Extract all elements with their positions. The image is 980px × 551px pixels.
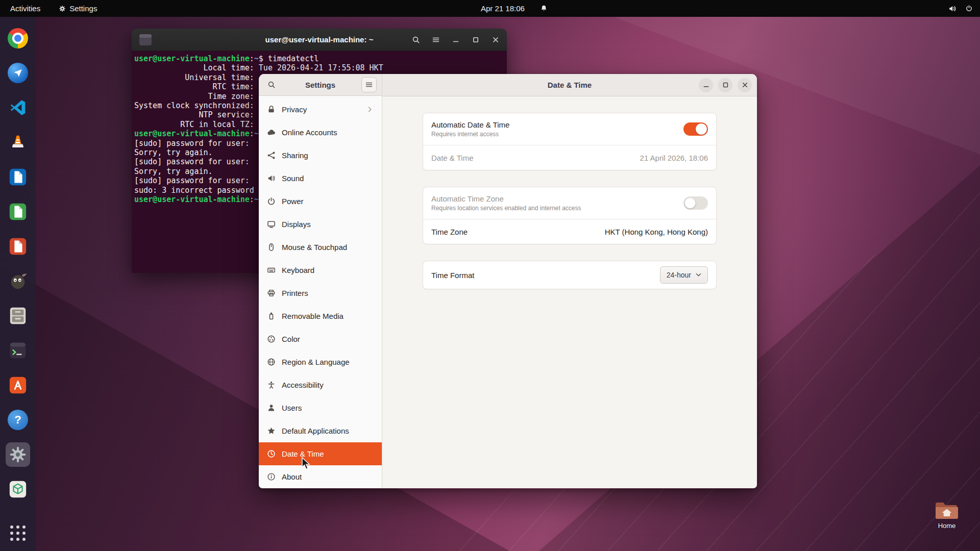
- notification-bell-icon[interactable]: [540, 5, 548, 12]
- sidebar-item-sharing[interactable]: Sharing: [259, 144, 382, 167]
- time-format-dropdown[interactable]: 24-hour: [660, 266, 708, 284]
- settings-search-button[interactable]: [264, 77, 279, 92]
- volume-icon[interactable]: [948, 5, 957, 13]
- automatic-datetime-card: Automatic Date & Time Requires internet …: [423, 113, 717, 170]
- settings-minimize-button[interactable]: [699, 78, 713, 92]
- terminal-search-icon[interactable]: [412, 36, 420, 44]
- dock-item-gimp[interactable]: [6, 269, 30, 293]
- sidebar-item-label: Removable Media: [282, 312, 344, 320]
- sidebar-item-accessibility[interactable]: Accessibility: [259, 373, 382, 396]
- sidebar-item-displays[interactable]: Displays: [259, 213, 382, 236]
- settings-window: Settings PrivacyOnline AccountsSharingSo…: [258, 73, 757, 489]
- settings-menu-button[interactable]: [361, 77, 377, 92]
- clock[interactable]: Apr 21 18:06: [479, 0, 527, 17]
- settings-main-header[interactable]: Date & Time: [382, 74, 757, 96]
- dock-item-vscode[interactable]: [6, 95, 30, 120]
- thunderbird-icon: [8, 63, 28, 83]
- dock-item-files[interactable]: [6, 304, 30, 328]
- terminal-titlebar[interactable]: user@user-virtual-machine: ~: [132, 29, 507, 51]
- settings-maximize-button[interactable]: [718, 78, 732, 92]
- sidebar-item-privacy[interactable]: Privacy: [259, 98, 382, 121]
- activities-button[interactable]: Activities: [8, 0, 42, 17]
- time-format-row: Time Format 24-hour: [423, 261, 716, 289]
- sidebar-item-users[interactable]: Users: [259, 396, 382, 419]
- sidebar-item-mouse-touchpad[interactable]: Mouse & Touchpad: [259, 236, 382, 259]
- mouse-icon: [267, 243, 276, 252]
- sidebar-item-label: Keyboard: [282, 266, 314, 274]
- sidebar-item-region-language[interactable]: Region & Language: [259, 350, 382, 373]
- help-icon: ?: [8, 410, 28, 430]
- terminal-minimize-button[interactable]: [452, 36, 460, 44]
- package-app-icon: [8, 480, 28, 499]
- libreoffice-calc-icon: [8, 202, 28, 221]
- automatic-timezone-subtitle: Requires location services enabled and i…: [431, 205, 581, 212]
- sidebar-item-label: About: [282, 472, 302, 481]
- timezone-row[interactable]: Time Zone HKT (Hong Kong, Hong Kong): [423, 219, 716, 244]
- sidebar-item-label: Date & Time: [282, 449, 324, 458]
- chrome-icon: [8, 28, 28, 48]
- sidebar-item-label: Color: [282, 335, 300, 343]
- automatic-datetime-toggle[interactable]: [683, 122, 708, 136]
- speaker-icon: [267, 174, 276, 183]
- automatic-datetime-title: Automatic Date & Time: [431, 120, 509, 129]
- desktop-home-icon[interactable]: Home: [924, 501, 970, 530]
- dock-item-settings[interactable]: [6, 442, 30, 467]
- time-format-card: Time Format 24-hour: [423, 261, 717, 289]
- sidebar-item-date-time[interactable]: Date & Time: [259, 442, 382, 465]
- sidebar-item-keyboard[interactable]: Keyboard: [259, 259, 382, 282]
- show-applications-button[interactable]: [10, 525, 26, 541]
- sidebar-item-label: Region & Language: [282, 358, 350, 366]
- dock-item-ubuntu-software[interactable]: [6, 373, 30, 397]
- time-format-label: Time Format: [431, 271, 474, 280]
- clock-icon: [267, 449, 276, 458]
- focused-app-menu[interactable]: Settings: [57, 0, 99, 17]
- star-icon: [267, 427, 276, 435]
- globe-icon: [267, 358, 276, 366]
- sidebar-item-about[interactable]: About: [259, 465, 382, 488]
- datetime-value: 21 April 2026, 18:06: [640, 154, 708, 162]
- dock-item-libreoffice-calc[interactable]: [6, 199, 30, 224]
- timezone-value: HKT (Hong Kong, Hong Kong): [605, 228, 708, 236]
- terminal-menu-icon[interactable]: [432, 36, 440, 44]
- printer-icon: [267, 289, 276, 297]
- sidebar-item-sound[interactable]: Sound: [259, 167, 382, 190]
- dock-item-thunderbird[interactable]: [6, 61, 30, 85]
- terminal-close-button[interactable]: [492, 36, 500, 44]
- color-icon: [267, 335, 276, 343]
- lock-icon: [267, 105, 276, 114]
- settings-close-button[interactable]: [738, 78, 752, 92]
- dock-item-vlc[interactable]: [6, 130, 30, 155]
- terminal-icon: [8, 341, 28, 360]
- dock-item-libreoffice-writer[interactable]: [6, 165, 30, 189]
- dock-item-chrome[interactable]: [6, 26, 30, 51]
- display-icon: [267, 220, 276, 229]
- gimp-icon: [8, 271, 28, 291]
- sidebar-item-color[interactable]: Color: [259, 328, 382, 350]
- dock-item-help[interactable]: ?: [6, 408, 30, 432]
- dock-item-libreoffice-impress[interactable]: [6, 234, 30, 259]
- sidebar-item-label: Accessibility: [282, 381, 324, 389]
- share-icon: [267, 151, 276, 160]
- sidebar-item-online-accounts[interactable]: Online Accounts: [259, 121, 382, 144]
- dock: ?: [0, 17, 36, 551]
- automatic-timezone-toggle[interactable]: [683, 196, 708, 210]
- system-power-icon[interactable]: [965, 5, 973, 12]
- dock-item-terminal[interactable]: [6, 338, 30, 363]
- dock-item-package-app[interactable]: [6, 477, 30, 502]
- libreoffice-impress-icon: [8, 237, 28, 256]
- sidebar-item-default-applications[interactable]: Default Applications: [259, 419, 382, 442]
- cloud-icon: [267, 128, 276, 137]
- sidebar-item-label: Mouse & Touchpad: [282, 243, 347, 252]
- sidebar-item-printers[interactable]: Printers: [259, 282, 382, 305]
- user-icon: [267, 404, 276, 412]
- terminal-maximize-button[interactable]: [472, 36, 480, 44]
- info-icon: [267, 472, 276, 481]
- terminal-app-icon[interactable]: [139, 33, 152, 46]
- terminal-line: Local time: Tue 2026-04-21 17:55:08 HKT: [134, 63, 506, 72]
- automatic-datetime-subtitle: Requires internet access: [431, 131, 509, 138]
- sidebar-item-removable-media[interactable]: Removable Media: [259, 305, 382, 328]
- settings-sidebar-header[interactable]: Settings: [259, 74, 382, 96]
- home-icon-label: Home: [924, 522, 970, 530]
- sidebar-item-power[interactable]: Power: [259, 190, 382, 213]
- sidebar-item-label: Privacy: [282, 105, 307, 114]
